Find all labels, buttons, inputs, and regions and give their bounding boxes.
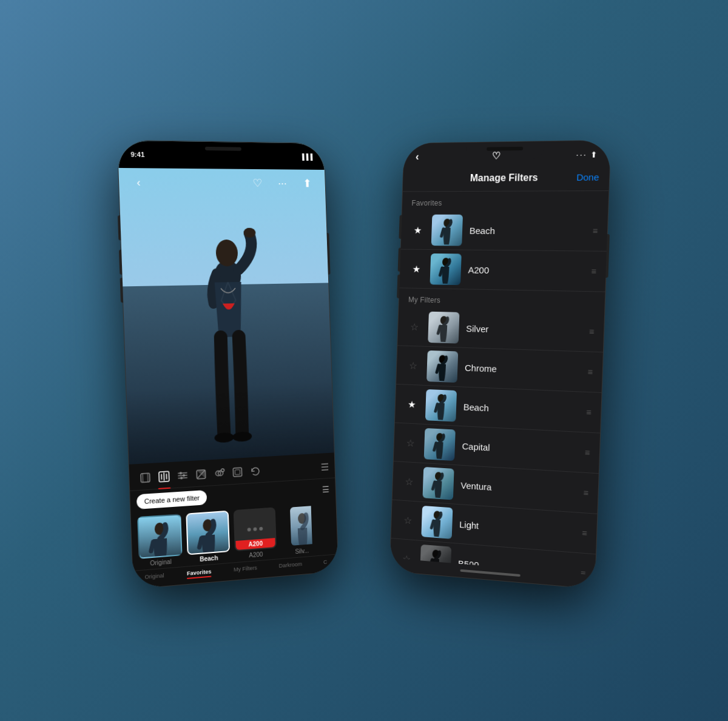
tab-darkroom[interactable]: Darkroom — [276, 559, 305, 572]
filter-thumb-img-original — [137, 514, 182, 559]
filter-thumb-a200[interactable]: A200 A200 — [234, 507, 277, 560]
tool-blend[interactable] — [210, 463, 229, 483]
manage-filters-title: Manage Filters — [470, 172, 538, 184]
heart-icon-right[interactable]: ♡ — [492, 149, 501, 161]
left-screen: 9:41 ▐▐▐ — [118, 140, 339, 588]
heart-icon[interactable]: ♡ — [248, 173, 267, 192]
done-button[interactable]: Done — [576, 172, 599, 183]
create-filter-tooltip[interactable]: Create a new filter — [136, 489, 207, 509]
star-silver[interactable]: ☆ — [407, 321, 422, 332]
filter-label-silver: Silv... — [295, 547, 309, 555]
drag-handle-ventura[interactable]: ≡ — [583, 488, 588, 497]
thumb-light — [421, 505, 453, 538]
tool-adjust[interactable] — [173, 466, 192, 485]
list-item-silver[interactable]: ☆ Silver ≡ — [397, 307, 604, 352]
battery-left: ▐▐▐ — [300, 153, 312, 159]
filter-thumb-beach[interactable]: Beach — [186, 510, 230, 563]
tool-history[interactable] — [246, 461, 265, 481]
more-icon-right[interactable]: ··· — [576, 149, 587, 159]
drag-handle-beach-fav[interactable]: ≡ — [593, 226, 598, 235]
filter-name-ventura: Ventura — [460, 480, 576, 497]
filter-thumb-img-beach — [186, 510, 230, 555]
filter-name-chrome: Chrome — [465, 362, 581, 377]
filter-label-a200: A200 — [249, 551, 263, 558]
star-light[interactable]: ☆ — [400, 514, 415, 526]
drag-handle-chrome[interactable]: ≡ — [587, 367, 592, 377]
svg-point-10 — [183, 474, 185, 476]
filter-name-capital: Capital — [462, 440, 577, 457]
svg-point-1 — [215, 239, 238, 266]
filter-list: Favorites ★ — [390, 191, 608, 575]
right-screen: ‹ ♡ ··· ⬆ Manage Filters Done — [390, 140, 611, 588]
tab-more[interactable]: C — [321, 557, 329, 569]
svg-rect-5 — [141, 473, 150, 482]
share-icon[interactable]: ⬆ — [298, 174, 316, 192]
favorites-section-header: Favorites — [402, 191, 609, 211]
mini-person-light — [428, 509, 446, 537]
bottom-toolbar: ☰ Create a new filter ☰ — [129, 452, 339, 588]
phones-container: 9:41 ▐▐▐ — [0, 0, 728, 721]
drag-handle-light[interactable]: ≡ — [582, 528, 587, 537]
time-left: 9:41 — [130, 150, 144, 158]
svg-line-7 — [147, 473, 148, 481]
phone-left: 9:41 ▐▐▐ — [118, 140, 339, 588]
drag-handle-a200-fav[interactable]: ≡ — [591, 267, 596, 275]
star-capital[interactable]: ☆ — [403, 437, 418, 449]
home-bar-right — [460, 569, 520, 576]
photo-area: ‹ ♡ ··· ⬆ — [118, 140, 334, 464]
mini-person-ventura — [430, 471, 447, 498]
tab-favorites[interactable]: Favorites — [184, 567, 214, 580]
thumb-beach-mf — [425, 389, 457, 421]
filter-name-silver: Silver — [466, 323, 582, 336]
mini-person-beach-fav — [438, 218, 456, 244]
drag-handle-silver[interactable]: ≡ — [589, 327, 594, 336]
svg-point-11 — [180, 477, 183, 479]
svg-line-6 — [143, 474, 143, 482]
mini-person-a200-fav — [437, 257, 454, 284]
status-bar-left: 9:41 ▐▐▐ — [118, 140, 325, 169]
thumb-chrome — [426, 350, 458, 382]
filter-label-beach: Beach — [200, 554, 218, 562]
list-icon[interactable]: ☰ — [322, 484, 330, 494]
thumb-beach-fav — [431, 214, 463, 246]
mini-person-capital — [431, 432, 448, 459]
tool-filters[interactable] — [154, 466, 174, 486]
status-right-left: ▐▐▐ — [300, 153, 312, 159]
back-icon-right[interactable]: ‹ — [416, 150, 419, 163]
more-icon[interactable]: ··· — [273, 174, 291, 192]
back-icon[interactable]: ‹ — [129, 173, 148, 192]
star-chrome[interactable]: ☆ — [406, 359, 420, 371]
phone-right: ‹ ♡ ··· ⬆ Manage Filters Done — [390, 140, 611, 588]
tool-exposure[interactable] — [192, 464, 211, 484]
filter-name-beach-mf: Beach — [463, 401, 579, 417]
thumb-capital — [424, 428, 456, 460]
drag-handle-capital[interactable]: ≡ — [585, 448, 590, 457]
list-item-beach-fav[interactable]: ★ Beach ≡ — [401, 210, 608, 251]
thumb-silver — [428, 311, 459, 343]
star-ventura[interactable]: ☆ — [402, 475, 417, 487]
filter-name-light: Light — [459, 518, 575, 537]
tool-crop[interactable] — [135, 468, 155, 488]
star-beach-fav[interactable]: ★ — [411, 224, 425, 235]
filter-name-beach-fav: Beach — [470, 225, 585, 236]
a200-badge: A200 — [235, 538, 275, 550]
svg-rect-17 — [235, 469, 240, 474]
share-icon-right[interactable]: ⬆ — [590, 149, 598, 159]
list-view-icon[interactable]: ☰ — [320, 461, 329, 472]
filter-name-a200-fav: A200 — [468, 264, 584, 277]
filter-thumb-silver[interactable]: Silv... — [280, 504, 322, 556]
star-a200-fav[interactable]: ★ — [409, 263, 423, 274]
list-item-a200-fav[interactable]: ★ A200 ≡ — [399, 249, 606, 292]
tool-frame[interactable] — [228, 462, 247, 481]
filter-label-original: Original — [150, 558, 172, 566]
tab-original[interactable]: Original — [142, 571, 167, 584]
star-beach-mf[interactable]: ★ — [405, 398, 419, 410]
thumb-ventura — [422, 466, 454, 500]
svg-point-2 — [243, 227, 255, 237]
mini-person-beach-mf — [432, 393, 450, 420]
filter-thumb-original[interactable]: Original — [137, 514, 183, 568]
drag-handle-beach-mf[interactable]: ≡ — [586, 407, 591, 417]
tab-my-filters[interactable]: My Filters — [231, 563, 260, 576]
svg-rect-16 — [233, 468, 241, 477]
filter-thumb-img-a200: A200 — [234, 507, 277, 551]
